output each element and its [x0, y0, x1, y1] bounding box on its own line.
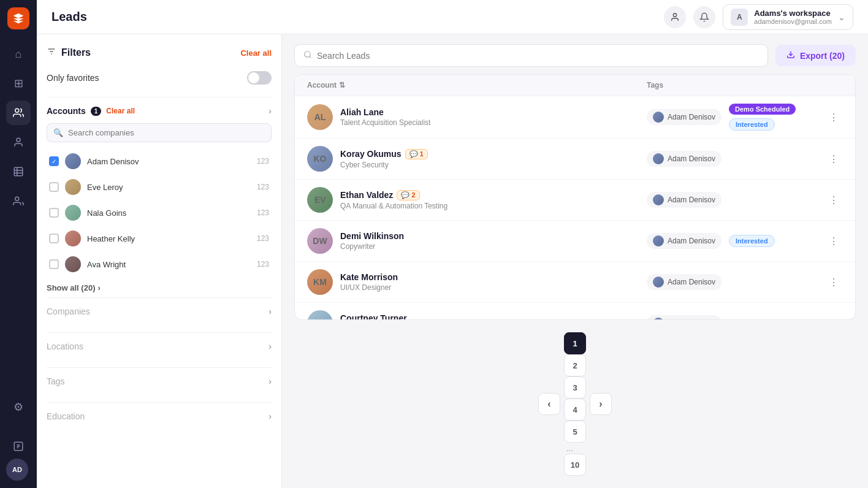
accounts-title: Accounts 1 Clear all — [47, 106, 135, 116]
export-icon — [786, 50, 795, 61]
sidebar-item-table[interactable] — [6, 159, 31, 184]
filter-item-count: 123 — [257, 157, 269, 166]
page-4-button[interactable]: 4 — [564, 398, 586, 421]
page-2-button[interactable]: 2 — [564, 354, 586, 376]
only-favorites-toggle[interactable] — [247, 71, 272, 85]
filter-checkbox[interactable] — [49, 259, 59, 269]
lead-details: Kate Morrison UI/UX Designer — [340, 272, 398, 292]
sidebar-item-document[interactable] — [6, 434, 31, 459]
clear-all-button[interactable]: Clear all — [240, 48, 272, 58]
search-leads-icon — [303, 50, 312, 61]
svg-line-16 — [310, 56, 311, 58]
lead-right: Adam Denisov ⋮ — [647, 191, 843, 209]
sidebar-item-leads[interactable] — [6, 101, 31, 125]
table-row[interactable]: KO Koray Okumus 💬 1 Cyber Security Adam … — [295, 139, 855, 180]
education-label: Education — [47, 411, 85, 421]
lead-info: EV Ethan Valdez 💬 2 QA Manual & Automati… — [307, 187, 647, 213]
filter-item[interactable]: Ava Wright 123 — [47, 253, 272, 276]
svg-rect-2 — [14, 167, 23, 176]
lead-name: Demi Wilkinson — [340, 231, 404, 241]
page-3-button[interactable]: 3 — [564, 376, 586, 398]
leads-rows: AL Aliah Lane Talent Acquisition Special… — [295, 96, 855, 320]
table-row[interactable]: AL Aliah Lane Talent Acquisition Special… — [295, 96, 855, 139]
header: Leads A Adams's workspace adamdenisov@gm… — [37, 0, 868, 34]
lead-info: DW Demi Wilkinson Copywriter — [307, 228, 647, 254]
more-options-button[interactable]: ⋮ — [824, 232, 843, 250]
page-10-button[interactable]: 10 — [564, 454, 586, 476]
notifications-button[interactable] — [693, 6, 715, 28]
company-search-box: 🔍 — [47, 123, 272, 142]
col-tags: Tags — [647, 81, 843, 90]
profile-button[interactable] — [664, 6, 686, 28]
table-row[interactable]: CT Courtney Turner Frontend Developer Ad… — [295, 303, 855, 320]
filter-item[interactable]: Nala Goins 123 — [47, 201, 272, 224]
lead-info: KM Kate Morrison UI/UX Designer — [307, 269, 647, 295]
accounts-clear-button[interactable]: Clear all — [106, 107, 135, 115]
tags-section[interactable]: Tags › — [47, 367, 272, 402]
locations-section[interactable]: Locations › — [47, 332, 272, 367]
accounts-badge: 1 — [91, 107, 102, 116]
filter-item[interactable]: Adam Denisov 123 — [47, 150, 272, 173]
company-search-input[interactable] — [68, 128, 265, 137]
page-1-button[interactable]: 1 — [564, 332, 586, 354]
leads-search-input[interactable] — [317, 51, 759, 61]
svg-point-0 — [15, 109, 19, 112]
show-all-button[interactable]: Show all (20) › — [47, 278, 101, 297]
sidebar-item-grid[interactable]: ⊞ — [6, 71, 31, 96]
next-page-button[interactable]: › — [590, 393, 612, 415]
page-5-button[interactable]: 5 — [564, 421, 586, 443]
main-content: Leads A Adams's workspace adamdenisov@gm… — [37, 0, 868, 488]
assigned-user: Adam Denisov — [647, 192, 721, 208]
lead-avatar: DW — [307, 228, 333, 254]
accounts-section-header[interactable]: Accounts 1 Clear all › — [47, 106, 272, 116]
app-logo[interactable] — [7, 7, 29, 29]
education-section[interactable]: Education › — [47, 402, 272, 437]
filter-item-name: Heather Kelly — [87, 234, 251, 243]
more-options-button[interactable]: ⋮ — [824, 314, 843, 320]
filter-checkbox[interactable] — [49, 182, 59, 192]
assigned-avatar — [653, 112, 664, 123]
assigned-user: Adam Denisov — [647, 274, 721, 290]
filter-icon — [47, 47, 56, 59]
assigned-avatar — [653, 318, 664, 320]
more-options-button[interactable]: ⋮ — [824, 191, 843, 209]
filter-item-name: Adam Denisov — [87, 157, 251, 166]
more-options-button[interactable]: ⋮ — [824, 108, 843, 126]
prev-page-button[interactable]: ‹ — [538, 393, 560, 415]
assigned-name: Adam Denisov — [668, 278, 715, 286]
assigned-user: Adam Denisov — [647, 151, 721, 167]
locations-label: Locations — [47, 341, 83, 351]
filter-item[interactable]: Eve Leroy 123 — [47, 175, 272, 199]
lead-info: KO Koray Okumus 💬 1 Cyber Security — [307, 146, 647, 172]
table-row[interactable]: KM Kate Morrison UI/UX Designer Adam Den… — [295, 262, 855, 303]
filter-checkbox[interactable] — [49, 156, 59, 166]
lead-name: Ethan Valdez 💬 2 — [340, 190, 447, 200]
svg-point-6 — [15, 197, 19, 200]
filter-item-count: 123 — [257, 234, 269, 243]
user-avatar[interactable]: AD — [6, 459, 28, 481]
sidebar-item-people[interactable] — [6, 189, 31, 213]
lead-name: Aliah Lane — [340, 107, 430, 117]
export-button[interactable]: Export (20) — [775, 45, 856, 66]
table-row[interactable]: DW Demi Wilkinson Copywriter Adam Deniso… — [295, 221, 855, 262]
tags-label: Tags — [47, 376, 65, 386]
filter-checkbox[interactable] — [49, 234, 59, 243]
sidebar-item-settings[interactable]: ⚙ — [6, 395, 31, 419]
sidebar-item-home[interactable]: ⌂ — [6, 42, 31, 66]
table-row[interactable]: EV Ethan Valdez 💬 2 QA Manual & Automati… — [295, 180, 855, 221]
more-options-button[interactable]: ⋮ — [824, 150, 843, 168]
lead-name: Kate Morrison — [340, 272, 398, 282]
table-header: Account ⇅ Tags — [295, 75, 855, 96]
filter-item[interactable]: Heather Kelly 123 — [47, 227, 272, 250]
more-options-button[interactable]: ⋮ — [824, 273, 843, 291]
filter-checkbox[interactable] — [49, 208, 59, 218]
filter-avatar — [65, 231, 81, 246]
lead-avatar: KO — [307, 146, 333, 172]
assigned-avatar — [653, 153, 664, 164]
accounts-chevron-icon: › — [268, 106, 272, 116]
lead-role: Talent Acquisition Specialist — [340, 118, 430, 127]
sidebar-item-contacts[interactable] — [6, 130, 31, 154]
workspace-selector[interactable]: A Adams's workspace adamdenisov@gmail.co… — [723, 4, 853, 30]
workspace-initial: A — [731, 9, 748, 26]
companies-section[interactable]: Companies › — [47, 297, 272, 332]
